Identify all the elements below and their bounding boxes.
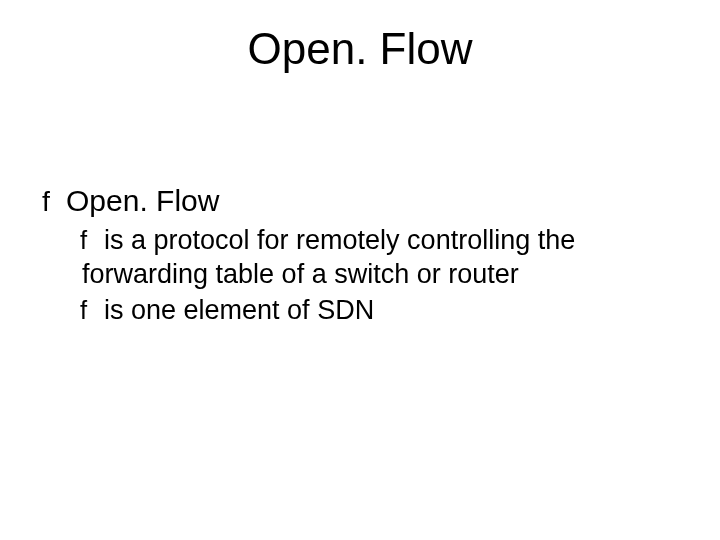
bullet-level2-text: is a protocol for remotely controlling t… bbox=[82, 225, 575, 289]
bullet-level1-text: Open. Flow bbox=[66, 184, 219, 217]
bullet-level2-text: is one element of SDN bbox=[104, 295, 374, 325]
bullet-level2: fis one element of SDN bbox=[82, 294, 680, 328]
bullet-level1: fOpen. Flow bbox=[44, 184, 680, 218]
bullet-icon: f bbox=[80, 294, 104, 326]
bullet-icon: f bbox=[42, 185, 66, 218]
slide-title: Open. Flow bbox=[40, 24, 680, 74]
bullet-level2: fis a protocol for remotely controlling … bbox=[82, 224, 680, 292]
bullet-icon: f bbox=[80, 224, 104, 256]
slide: Open. Flow fOpen. Flow fis a protocol fo… bbox=[0, 0, 720, 540]
